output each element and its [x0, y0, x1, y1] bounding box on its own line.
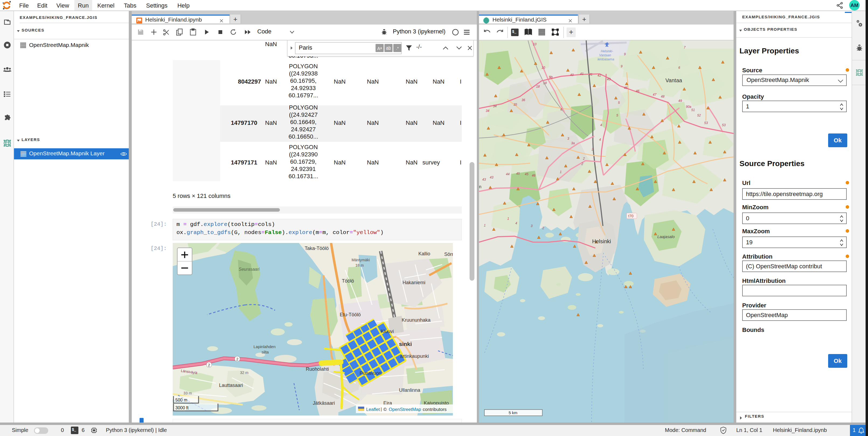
svg-text:Lapinlahden: Lapinlahden	[253, 344, 276, 349]
svg-text:2: 2	[591, 147, 593, 151]
svg-text:48: 48	[661, 95, 664, 98]
svg-text:4: 4	[600, 123, 602, 127]
svg-text:2: 2	[208, 363, 210, 367]
svg-text:lentoasema: lentoasema	[597, 57, 614, 61]
svg-text:46: 46	[532, 174, 535, 177]
svg-text:contributors: contributors	[423, 407, 447, 412]
svg-text:artinkaupunki: artinkaupunki	[400, 353, 429, 359]
svg-text:5 km: 5 km	[508, 410, 518, 415]
svg-text:53: 53	[704, 121, 708, 125]
svg-text:45: 45	[525, 172, 529, 176]
svg-text:sinki: sinki	[399, 341, 412, 347]
svg-text:51: 51	[691, 108, 695, 112]
svg-text:2: 2	[583, 157, 585, 161]
svg-text:10: 10	[541, 66, 545, 69]
svg-text:18 m: 18 m	[355, 263, 364, 267]
svg-text:Helsinki: Helsinki	[592, 238, 611, 244]
svg-text:Kallio: Kallio	[418, 251, 430, 256]
svg-text:Hakaniemi: Hakaniemi	[402, 280, 425, 285]
svg-text:Kluuvi: Kluuvi	[381, 329, 394, 334]
svg-text:1: 1	[484, 224, 486, 227]
svg-text:2: 2	[542, 226, 544, 230]
svg-text:Vantaa: Vantaa	[665, 77, 682, 83]
svg-text:18: 18	[543, 81, 547, 85]
svg-text:©: ©	[383, 407, 387, 412]
svg-text:Punavuori: Punavuori	[360, 371, 381, 376]
svg-text:18: 18	[536, 85, 540, 88]
svg-text:40: 40	[570, 73, 574, 77]
svg-text:5: 5	[618, 101, 620, 105]
svg-text:silta: silta	[261, 350, 269, 354]
svg-text:43: 43	[490, 176, 494, 179]
svg-text:Ruoholahti: Ruoholahti	[306, 367, 329, 372]
svg-text:Seurasaari: Seurasaari	[239, 267, 260, 271]
svg-text:Mäntymäki: Mäntymäki	[351, 258, 370, 262]
svg-text:49: 49	[678, 99, 682, 103]
svg-text:43: 43	[607, 77, 611, 81]
svg-text:44: 44	[506, 172, 510, 176]
svg-text:n: n	[479, 184, 482, 189]
svg-text:3: 3	[531, 224, 533, 228]
svg-text:Etu-Töölö: Etu-Töölö	[340, 312, 361, 317]
svg-text:32 m: 32 m	[240, 371, 248, 375]
svg-text:500 m: 500 m	[175, 398, 187, 402]
svg-text:3000 ft: 3000 ft	[175, 406, 189, 410]
svg-text:46: 46	[636, 89, 640, 93]
svg-text:42: 42	[597, 74, 601, 77]
svg-text:41: 41	[580, 72, 584, 76]
svg-text:4: 4	[599, 138, 601, 142]
svg-text:45: 45	[516, 172, 520, 176]
svg-text:90a: 90a	[686, 105, 691, 109]
svg-text:47: 47	[653, 93, 657, 96]
svg-text:2: 2	[236, 357, 239, 361]
svg-text:3a: 3a	[571, 141, 575, 145]
svg-text:OpenStreetMap: OpenStreetMap	[389, 407, 421, 412]
svg-text:52: 52	[697, 114, 701, 117]
svg-text:36: 36	[522, 98, 525, 102]
svg-text:6: 6	[678, 66, 680, 69]
svg-text:2: 2	[581, 162, 583, 166]
svg-text:t70: t70	[628, 214, 633, 218]
svg-text:Taka-Töölö: Taka-Töölö	[305, 245, 329, 251]
svg-text:Ullanlinna: Ullanlinna	[399, 387, 421, 393]
svg-text:45: 45	[624, 86, 628, 90]
svg-text:9b: 9b	[549, 75, 553, 79]
svg-text:34: 34	[493, 104, 497, 108]
svg-text:Lauttasaari: Lauttasaari	[219, 383, 243, 388]
svg-text:Leaflet: Leaflet	[366, 407, 380, 412]
svg-text:10: 10	[533, 42, 537, 46]
svg-text:Jätkäsaari: Jätkäsaari	[313, 400, 335, 406]
svg-text:6: 6	[560, 108, 562, 111]
svg-text:Sörn: Sörn	[444, 252, 453, 257]
svg-text:53: 53	[722, 123, 726, 127]
svg-text:Kruununhaka: Kruununhaka	[402, 317, 431, 323]
svg-text:1: 1	[507, 217, 509, 221]
svg-text:35: 35	[514, 103, 517, 107]
svg-text:5: 5	[616, 114, 618, 117]
svg-text:33 m: 33 m	[183, 391, 192, 395]
svg-text:Vantaan: Vantaan	[599, 53, 611, 57]
svg-text:Laajasalo: Laajasalo	[657, 234, 675, 239]
svg-text:1: 1	[560, 170, 562, 174]
svg-text:43: 43	[482, 178, 486, 181]
svg-text:9: 9	[624, 52, 626, 56]
svg-text:|: |	[381, 407, 382, 412]
svg-text:Töölö: Töölö	[342, 278, 354, 284]
svg-text:41: 41	[589, 72, 592, 76]
svg-text:3: 3	[567, 137, 569, 141]
svg-text:34: 34	[486, 109, 490, 113]
svg-text:Helsinki-: Helsinki-	[601, 49, 613, 53]
svg-text:4: 4	[515, 221, 517, 225]
svg-text:9: 9	[621, 64, 623, 68]
